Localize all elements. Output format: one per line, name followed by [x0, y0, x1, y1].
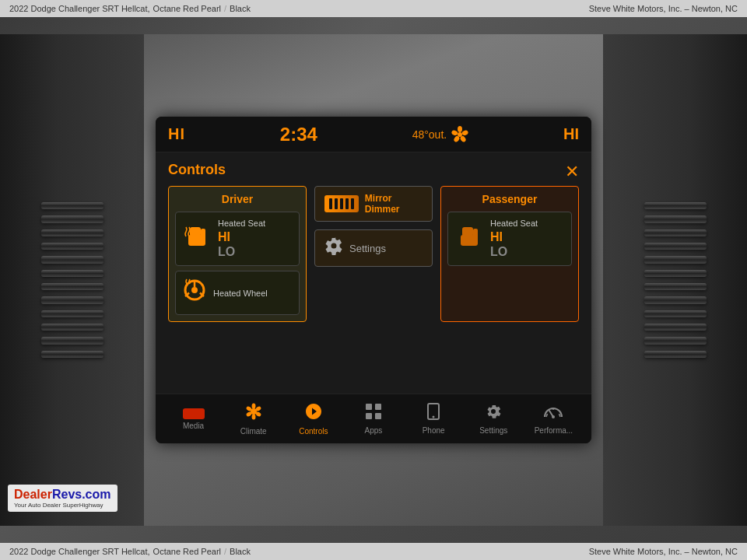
- vent-slat: [644, 310, 707, 317]
- heated-wheel-label: Heated Wheel: [213, 289, 268, 298]
- svg-point-2: [461, 129, 468, 135]
- climate-icon: [244, 402, 263, 425]
- vent-slat: [41, 324, 103, 331]
- passenger-heated-seat[interactable]: Heated Seat HI LO: [447, 212, 572, 266]
- nav-item-media[interactable]: Media: [170, 408, 217, 430]
- passenger-heated-seat-svg: [454, 221, 484, 250]
- vent-slat: [41, 296, 103, 303]
- apps-svg: [365, 403, 382, 420]
- nav-item-performance[interactable]: Performa...: [530, 403, 577, 435]
- vent-slat: [41, 202, 103, 209]
- outside-temp: 48°out.: [412, 126, 469, 143]
- svg-rect-15: [462, 227, 473, 236]
- nav-settings-label: Settings: [479, 426, 507, 435]
- driver-temp-label: HI: [168, 125, 185, 143]
- driver-seat-label: Heated Seat: [218, 219, 293, 228]
- svg-rect-27: [375, 413, 381, 419]
- left-vent: [0, 34, 144, 526]
- vent-slat: [644, 337, 707, 344]
- svg-rect-16: [473, 229, 478, 241]
- bottom-bar-separator: /: [224, 547, 226, 556]
- bottom-bar-color: Octane Red Pearl: [153, 547, 221, 556]
- vent-slat: [644, 283, 707, 290]
- vent-slat: [644, 270, 707, 277]
- nav-item-controls[interactable]: Controls: [290, 402, 337, 436]
- driver-lo-level[interactable]: LO: [218, 244, 293, 259]
- nav-item-phone[interactable]: Phone: [410, 403, 457, 435]
- vent-slat: [644, 243, 707, 250]
- svg-rect-8: [201, 229, 205, 241]
- nav-item-settings[interactable]: Settings: [470, 403, 517, 435]
- right-vent: [603, 34, 747, 526]
- passenger-lo-level[interactable]: LO: [490, 244, 565, 259]
- controls-title: Controls: [168, 162, 579, 178]
- driver-heated-seat[interactable]: Heated Seat HI LO: [175, 212, 300, 266]
- driver-heated-wheel[interactable]: Heated Wheel: [175, 271, 300, 315]
- driver-hi-level[interactable]: HI: [218, 229, 293, 244]
- bottom-bar: 2022 Dodge Challenger SRT Hellcat, Octan…: [0, 543, 747, 560]
- driver-seat-icon: [182, 221, 212, 257]
- screen-container: HI 2:34 48°out. HI: [144, 34, 603, 526]
- mirror-bar: [335, 198, 338, 209]
- nav-item-climate[interactable]: Climate: [230, 402, 277, 436]
- bottom-navigation: Media Cli: [156, 394, 591, 443]
- performance-svg: [543, 403, 563, 420]
- vent-slat: [41, 310, 103, 317]
- apps-icon: [365, 403, 382, 424]
- svg-point-31: [552, 415, 555, 418]
- vent-slat: [41, 351, 103, 358]
- vent-slat: [41, 215, 103, 222]
- watermark-brand-suffix: Revs.com: [52, 488, 111, 501]
- nav-performance-label: Performa...: [535, 426, 573, 435]
- svg-point-5: [451, 129, 458, 135]
- fan-icon: [451, 126, 468, 143]
- driver-panel: Driver: [168, 186, 307, 322]
- vent-slat: [41, 243, 103, 250]
- mirror-bar: [351, 198, 354, 209]
- nav-phone-label: Phone: [423, 426, 445, 435]
- performance-icon: [543, 403, 563, 424]
- passenger-temp-label: HI: [563, 125, 579, 143]
- close-button[interactable]: ✕: [565, 162, 579, 182]
- mirror-bar: [329, 198, 332, 209]
- svg-point-21: [251, 415, 255, 420]
- phone-icon: [426, 403, 441, 424]
- passenger-seat-levels: HI LO: [490, 229, 565, 259]
- media-icon: [183, 408, 205, 419]
- settings-button[interactable]: Settings: [314, 229, 433, 267]
- vent-slat: [644, 296, 707, 303]
- bottom-bar-dealer: Steve White Motors, Inc. – Newton, NC: [589, 547, 738, 556]
- controls-svg: [304, 402, 323, 421]
- vent-slat: [41, 229, 103, 236]
- photo-background: HI 2:34 48°out. HI: [0, 17, 747, 543]
- nav-media-label: Media: [183, 422, 204, 430]
- top-bar-dealer: Steve White Motors, Inc. – Newton, NC: [589, 4, 738, 13]
- vent-slat: [41, 337, 103, 344]
- phone-svg: [426, 403, 441, 420]
- mirror-dimmer-button[interactable]: Mirror Dimmer: [314, 186, 433, 222]
- passenger-hi-level[interactable]: HI: [490, 229, 565, 244]
- screen-header: HI 2:34 48°out. HI: [156, 117, 591, 152]
- gear-svg: [324, 236, 343, 255]
- nav-apps-label: Apps: [365, 426, 383, 435]
- nav-climate-label: Climate: [240, 427, 267, 436]
- controls-area: Controls ✕ Driver: [156, 152, 591, 394]
- middle-panels: Mirror Dimmer Settings: [314, 186, 433, 322]
- passenger-seat-icon: [454, 221, 484, 257]
- vent-slat: [644, 324, 707, 331]
- vent-slat: [41, 283, 103, 290]
- left-vent-slats: [41, 202, 103, 358]
- settings-nav-svg: [485, 403, 502, 420]
- nav-item-apps[interactable]: Apps: [350, 403, 397, 435]
- svg-rect-25: [375, 404, 381, 410]
- svg-point-18: [251, 404, 255, 409]
- vent-slat: [644, 229, 707, 236]
- svg-point-10: [191, 287, 198, 293]
- vent-slat: [644, 351, 707, 358]
- vent-slat: [644, 202, 707, 209]
- passenger-panel-title: Passenger: [447, 193, 572, 205]
- top-bar-color: Octane Red Pearl: [153, 4, 221, 13]
- top-bar: 2022 Dodge Challenger SRT Hellcat, Octan…: [0, 0, 747, 17]
- climate-svg: [244, 402, 263, 421]
- passenger-panel: Passenger Heated Seat: [440, 186, 579, 322]
